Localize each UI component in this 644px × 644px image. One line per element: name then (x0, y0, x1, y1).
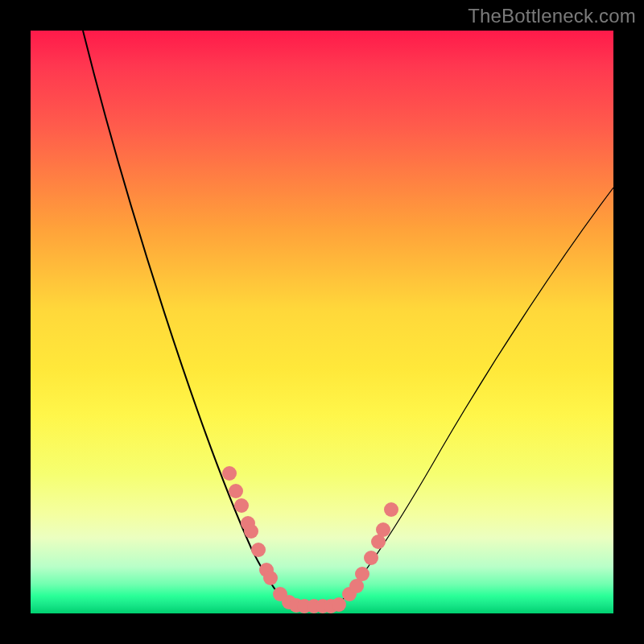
watermark-text: TheBottleneck.com (468, 5, 636, 27)
data-dot (364, 551, 378, 565)
data-dot (384, 502, 398, 517)
outer-frame: TheBottleneck.com (0, 0, 644, 644)
data-dot (376, 522, 390, 537)
data-dot (222, 466, 237, 481)
data-dot (229, 484, 243, 498)
data-dot (332, 597, 346, 612)
plot-area (31, 31, 613, 613)
curve-left (83, 31, 290, 604)
chart-svg (31, 31, 613, 613)
data-dot (244, 524, 258, 539)
data-dot (251, 543, 266, 557)
data-dot (263, 571, 278, 585)
data-dot (355, 567, 369, 581)
data-dot (234, 498, 249, 513)
